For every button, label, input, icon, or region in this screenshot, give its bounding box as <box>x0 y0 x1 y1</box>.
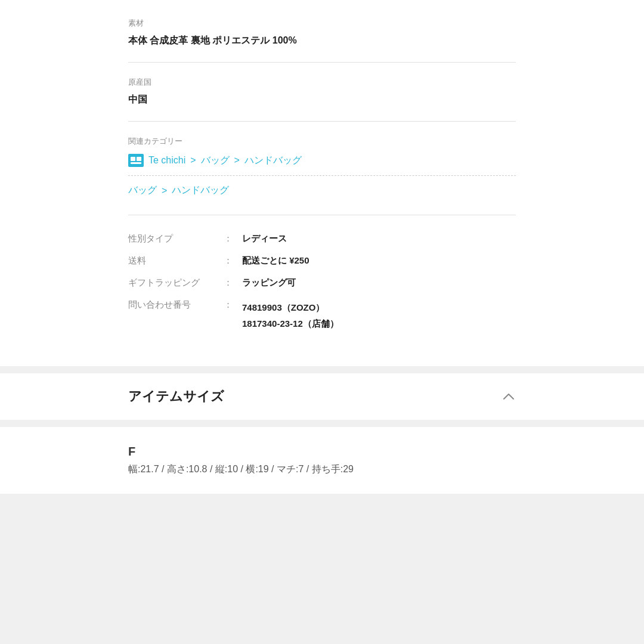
shipping-key: 送料 <box>128 255 224 267</box>
brand-link[interactable]: Te chichi <box>148 155 185 166</box>
size-label: F <box>128 445 516 459</box>
gender-key: 性別タイプ <box>128 233 224 244</box>
gift-value: ラッピング可 <box>242 277 296 289</box>
page-wrapper: 素材 本体 合成皮革 裏地 ポリエステル 100% 原産国 中国 関連カテゴリー <box>0 0 644 494</box>
svg-rect-1 <box>131 157 135 161</box>
svg-rect-0 <box>128 154 144 167</box>
gift-key: ギフトラッピング <box>128 277 224 289</box>
inquiry-values: 74819903（ZOZO） 1817340-23-12（店舗） <box>242 299 339 332</box>
specs-section: 性別タイプ ： レディース 送料 ： 配送ごとに ¥250 ギフトラッピング ：… <box>128 227 516 332</box>
material-label: 素材 <box>128 18 516 29</box>
handbag-link-1[interactable]: ハンドバッグ <box>244 154 302 167</box>
category-row-brand: Te chichi > バッグ > ハンドバッグ <box>128 154 516 176</box>
svg-rect-3 <box>131 162 141 164</box>
bag-link-2[interactable]: バッグ <box>128 184 157 197</box>
svg-rect-2 <box>137 157 141 161</box>
bag-link-1[interactable]: バッグ <box>201 154 230 167</box>
size-section: F 幅:21.7 / 高さ:10.8 / 縦:10 / 横:19 / マチ:7 … <box>0 427 644 494</box>
inquiry-value2: 1817340-23-12（店舗） <box>242 315 339 332</box>
material-value: 本体 合成皮革 裏地 ポリエステル 100% <box>128 33 516 48</box>
sep3: > <box>162 185 167 196</box>
gender-row: 性別タイプ ： レディース <box>128 233 516 244</box>
origin-row: 原産国 中国 <box>128 77 516 122</box>
gender-value: レディース <box>242 233 287 244</box>
handbag-link-2[interactable]: ハンドバッグ <box>172 184 229 197</box>
detail-section: 素材 本体 合成皮革 裏地 ポリエステル 100% 原産国 中国 関連カテゴリー <box>0 0 644 366</box>
gift-row: ギフトラッピング ： ラッピング可 <box>128 277 516 289</box>
size-value: 幅:21.7 / 高さ:10.8 / 縦:10 / 横:19 / マチ:7 / … <box>128 463 516 476</box>
inquiry-key: 問い合わせ番号 <box>128 299 224 311</box>
category-row-plain: バッグ > ハンドバッグ <box>128 184 516 197</box>
material-row: 素材 本体 合成皮革 裏地 ポリエステル 100% <box>128 18 516 63</box>
shipping-value: 配送ごとに ¥250 <box>242 255 309 267</box>
category-section: 関連カテゴリー Te chichi > バッグ > ハンドバッグ <box>128 136 516 215</box>
inquiry-row: 問い合わせ番号 ： 74819903（ZOZO） 1817340-23-12（店… <box>128 299 516 332</box>
origin-value: 中国 <box>128 92 516 107</box>
item-size-header[interactable]: アイテムサイズ <box>0 373 644 420</box>
inquiry-value1: 74819903（ZOZO） <box>242 299 339 315</box>
chevron-up-icon[interactable] <box>501 389 516 404</box>
sep1: > <box>190 155 196 166</box>
sep2: > <box>234 155 240 166</box>
brand-icon <box>128 154 144 167</box>
category-label: 関連カテゴリー <box>128 136 516 147</box>
shipping-row: 送料 ： 配送ごとに ¥250 <box>128 255 516 267</box>
gender-colon: ： <box>224 233 233 244</box>
inquiry-colon: ： <box>224 299 233 311</box>
item-size-title: アイテムサイズ <box>128 388 224 405</box>
gift-colon: ： <box>224 277 233 289</box>
shipping-colon: ： <box>224 255 233 267</box>
origin-label: 原産国 <box>128 77 516 88</box>
